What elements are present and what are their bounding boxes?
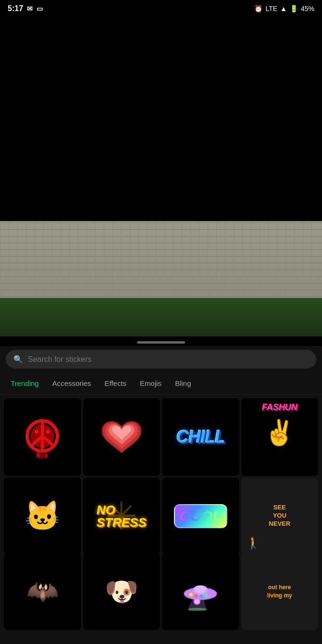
tabs-row: Trending Accessories Effects Emojis Blin… [0, 372, 322, 395]
svg-point-18 [205, 594, 208, 597]
tab-emojis[interactable]: Emojis [133, 375, 168, 391]
svg-point-17 [199, 594, 203, 598]
sticker-fashun[interactable]: FASHUN ✌️ [241, 398, 319, 476]
camera-image [0, 221, 322, 336]
tab-effects[interactable]: Effects [98, 375, 134, 391]
search-input[interactable] [28, 355, 309, 364]
alarm-icon: ⏰ [254, 5, 262, 12]
seeyounever-text: SEEYOUNEVER [269, 504, 290, 528]
sticker-outhere[interactable]: out hereliving my [241, 553, 319, 630]
status-right: ⏰ LTE ▲ 🔋 45% [254, 5, 314, 12]
svg-point-14 [195, 585, 207, 593]
svg-point-20 [195, 599, 199, 604]
battery-percent: 45% [301, 5, 314, 12]
time-display: 5:17 [8, 4, 23, 13]
status-left: 5:17 ✉ ▭ [8, 4, 43, 13]
tab-bling[interactable]: Bling [168, 375, 198, 391]
svg-point-15 [189, 593, 193, 596]
bunny-emoji: 🐱 [25, 499, 61, 533]
sticker-heart[interactable] [83, 398, 161, 476]
sticker-dog[interactable]: 🐶 [83, 553, 161, 630]
battery-icon: 🔋 [290, 5, 298, 12]
gmail-icon: ✉ [27, 5, 33, 12]
svg-point-9 [48, 431, 49, 433]
batman-emoji: 🦇 [26, 576, 59, 607]
sticker-ufo[interactable] [162, 553, 239, 630]
sticker-bunny[interactable]: 🐱 [4, 478, 81, 555]
cool-text: COOL [180, 508, 222, 524]
search-icon: 🔍 [13, 355, 23, 364]
sticker-panel: 🔍 Trending Accessories Effects Emojis Bl… [0, 346, 322, 644]
chill-text: CHILL [176, 427, 225, 447]
lte-label: LTE [265, 5, 277, 12]
sticker-batman[interactable]: 🦇 [4, 553, 81, 630]
outhere-text: out hereliving my [267, 583, 292, 600]
signal-icon: ▲ [280, 5, 287, 12]
sticker-peace[interactable] [4, 398, 81, 476]
svg-point-8 [36, 431, 37, 433]
peace-hand-emoji: ✌️ [264, 418, 295, 447]
stickers-grid: CHILL FASHUN ✌️ 🐱 ✳ NOSTRESS COOL [0, 395, 322, 630]
tab-trending[interactable]: Trending [4, 375, 46, 391]
sticker-chill[interactable]: CHILL [162, 398, 239, 476]
svg-point-16 [195, 594, 198, 597]
camera-view [0, 0, 322, 336]
no-stress-text: NOSTRESS [97, 504, 147, 529]
drag-handle[interactable] [137, 341, 185, 344]
figure-emoji: 🚶 [246, 536, 260, 550]
trees-area [0, 298, 322, 336]
screen-icon: ▭ [37, 5, 43, 12]
tab-accessories[interactable]: Accessories [46, 375, 98, 391]
dog-emoji: 🐶 [105, 576, 138, 607]
sticker-nostress[interactable]: ✳ NOSTRESS [83, 478, 161, 555]
status-bar: 5:17 ✉ ▭ ⏰ LTE ▲ 🔋 45% [0, 0, 322, 17]
sticker-cool[interactable]: COOL [162, 478, 239, 555]
fashun-text: FASHUN [262, 402, 297, 412]
sticker-seeyounever[interactable]: SEEYOUNEVER 🚶 [241, 478, 319, 555]
search-bar[interactable]: 🔍 [6, 350, 316, 369]
